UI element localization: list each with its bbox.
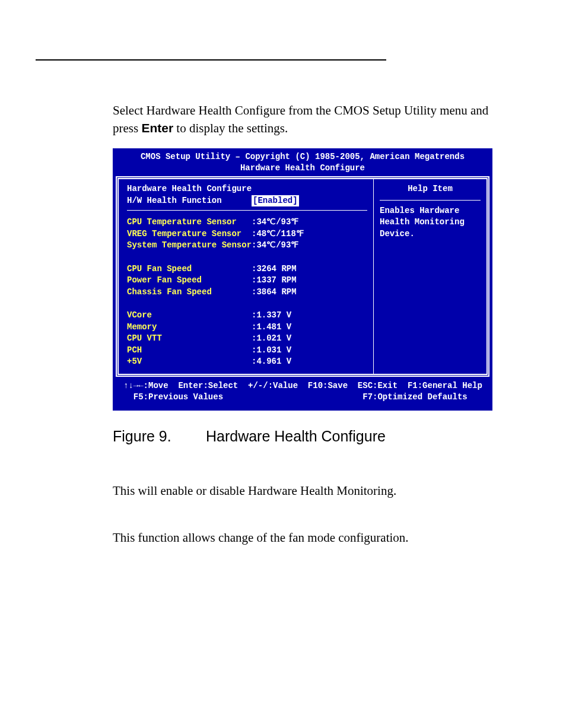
bios-right-pane: Help Item Enables Hardware Health Monito…	[373, 179, 486, 374]
sensor-label: PCH	[127, 345, 252, 357]
help-text-line3: Device.	[380, 228, 481, 240]
sensor-label: CPU Temperature Sensor	[127, 217, 252, 228]
sensor-label: CPU VTT	[127, 333, 252, 345]
sensor-row: Memory:1.481 V	[127, 322, 367, 333]
sensor-value: :3264 RPM	[252, 263, 297, 275]
help-text-line2: Health Monitoring	[380, 217, 481, 228]
bios-screen: CMOS Setup Utility – Copyright (C) 1985-…	[113, 148, 492, 411]
sensor-row: PCH:1.031 V	[127, 345, 367, 357]
sensor-row: Chassis Fan Speed:3864 RPM	[127, 287, 367, 298]
sensor-row: CPU VTT:1.021 V	[127, 333, 367, 345]
help-title: Help Item	[380, 183, 481, 201]
sensor-label: Chassis Fan Speed	[127, 287, 252, 298]
sensor-label: CPU Fan Speed	[127, 263, 252, 275]
sensor-row: Power Fan Speed:1337 RPM	[127, 275, 367, 287]
sensor-label: VREG Temperature Sensor	[127, 228, 252, 240]
sensor-row: +5V:4.961 V	[127, 356, 367, 368]
sensor-label: Memory	[127, 322, 252, 333]
sensor-value: :1.031 V	[252, 345, 291, 357]
hw-func-label: H/W Health Function	[127, 195, 252, 207]
top-rule	[36, 59, 386, 61]
footer-line1: ↑↓→←:Move Enter:Select +/-/:Value F10:Sa…	[123, 380, 482, 392]
bios-title-line2: Hardware Health Configure	[240, 163, 365, 173]
sensor-row: CPU Fan Speed:3264 RPM	[127, 263, 367, 275]
figure-caption: Figure 9. Hardware Health Configure	[113, 426, 566, 447]
heading-label: Hardware Health Configure	[127, 183, 252, 195]
sensor-row	[127, 298, 367, 310]
sensor-value: :34℃/93℉	[252, 240, 298, 252]
bios-title: CMOS Setup Utility – Copyright (C) 1985-…	[114, 150, 491, 176]
sensor-label: VCore	[127, 310, 252, 322]
sensor-label: System Temperature Sensor	[127, 240, 252, 252]
sensor-row: CPU Temperature Sensor:34℃/93℉	[127, 217, 367, 228]
sensor-value: :1.337 V	[252, 310, 291, 322]
sensor-label: Power Fan Speed	[127, 275, 252, 287]
hw-func-value[interactable]: [Enabled]	[252, 195, 299, 207]
sensor-value: :1.481 V	[252, 322, 291, 333]
intro-post: to display the settings.	[173, 121, 288, 135]
intro-paragraph: Select Hardware Health Configure from th…	[113, 102, 516, 138]
section-hw-health: This will enable or disable Hardware Hea…	[113, 482, 516, 500]
sensor-value: :4.961 V	[252, 356, 291, 368]
figure-title: Hardware Health Configure	[206, 428, 386, 444]
help-text-line1: Enables Hardware	[380, 205, 481, 217]
sensor-row: System Temperature Sensor:34℃/93℉	[127, 240, 367, 252]
bios-footer: ↑↓→←:Move Enter:Select +/-/:Value F10:Sa…	[114, 377, 491, 409]
sensor-value: :1.021 V	[252, 333, 291, 345]
sensor-value: :3864 RPM	[252, 287, 297, 298]
sensor-value: :48℃/118℉	[252, 228, 304, 240]
sensor-value: :34℃/93℉	[252, 217, 298, 228]
divider-line	[127, 210, 367, 211]
footer-line2: F5:Previous Values F7:Optimized Defaults	[123, 392, 482, 403]
section-fan-mode: This function allows change of the fan m…	[113, 529, 516, 546]
sensor-label: +5V	[127, 356, 252, 368]
figure-number: Figure 9.	[113, 426, 202, 447]
bios-title-line1: CMOS Setup Utility – Copyright (C) 1985-…	[141, 152, 465, 161]
enter-key-bold: Enter	[141, 121, 173, 135]
bios-left-pane: Hardware Health Configure H/W Health Fun…	[119, 179, 373, 374]
sensor-row: VCore:1.337 V	[127, 310, 367, 322]
sensor-row: VREG Temperature Sensor:48℃/118℉	[127, 228, 367, 240]
sensor-row	[127, 252, 367, 263]
sensor-value: :1337 RPM	[252, 275, 297, 287]
